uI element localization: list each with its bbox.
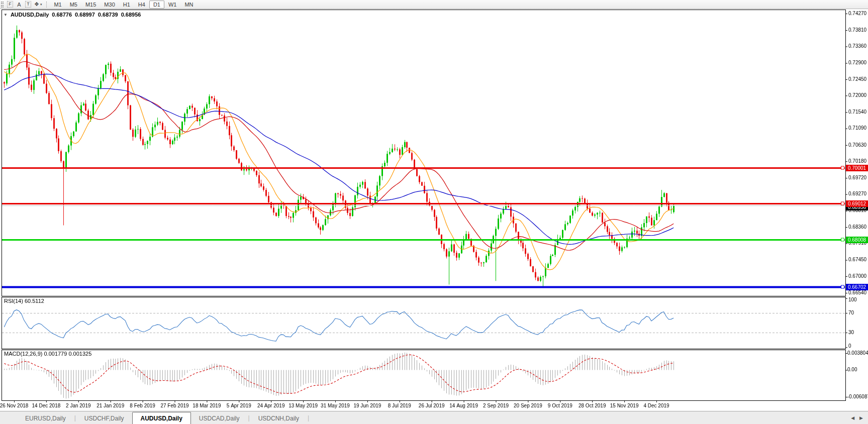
resistance-level-badge-69012: 0.69012 (846, 200, 868, 207)
tab-separator: | (307, 414, 310, 421)
rsi-indicator-label: RSI(14) 60.5112 (4, 298, 44, 304)
label-tool-button[interactable]: A (15, 1, 24, 9)
tabs-scroll-left-icon[interactable]: ◀ (851, 415, 854, 420)
collapse-arrow-icon[interactable]: ▼ (4, 13, 8, 17)
tab-audusd-daily[interactable]: AUDUSD,Daily (132, 412, 191, 424)
tab-usdcnh-daily[interactable]: USDCNH,Daily (250, 413, 307, 424)
text-tool-icon: T (25, 1, 31, 8)
price-chart-canvas[interactable] (0, 0, 868, 411)
support-level-badge-68008: 0.68008 (846, 237, 868, 243)
chart-title: ▼ AUDUSD,Daily 0.68776 0.68997 0.68739 0… (4, 12, 141, 18)
timeframe-mn-button[interactable]: MN (180, 1, 197, 9)
timeframe-h1-button[interactable]: H1 (119, 1, 134, 9)
high-value: 0.68997 (75, 12, 95, 18)
timeframe-h4-button[interactable]: H4 (134, 1, 149, 9)
chart-shift-icon: F (7, 1, 13, 8)
timeframe-d1-button[interactable]: D1 (149, 1, 164, 9)
timeframe-m5-button[interactable]: M5 (66, 1, 81, 9)
timeframe-w1-button[interactable]: W1 (164, 1, 181, 9)
tab-usdcad-daily[interactable]: USDCAD,Daily (191, 413, 248, 424)
tab-eurusd-daily[interactable]: EURUSD,Daily (17, 413, 74, 424)
low-level-badge-66702: 0.66702 (846, 284, 868, 290)
toolbar-grip[interactable] (1, 2, 4, 8)
close-value: 0.68956 (121, 12, 141, 18)
resistance-level-badge-70001: 0.70001 (846, 165, 868, 171)
label-tool-icon: A (17, 2, 21, 8)
colors-tool-button[interactable]: ❖ ▾ (33, 1, 43, 9)
toolbar-separator (46, 2, 47, 8)
trading-terminal: F A T ❖ ▾ M1 M5 M15 M30 H1 H4 D1 W1 MN ▼… (0, 0, 868, 424)
tabs-scroll-right-icon[interactable]: ▶ (859, 415, 863, 420)
symbol-period-label: AUDUSD,Daily (11, 12, 49, 18)
low-value: 0.68739 (98, 12, 118, 18)
text-tool-button[interactable]: T (24, 1, 33, 9)
colors-tool-icon: ❖ (34, 1, 39, 8)
timeframe-m30-button[interactable]: M30 (100, 1, 119, 9)
tab-usdchf-daily[interactable]: USDCHF,Daily (76, 413, 132, 424)
open-value: 0.68776 (52, 12, 72, 18)
timeframe-m1-button[interactable]: M1 (50, 1, 65, 9)
macd-indicator-label: MACD(12,26,9) 0.001779 0.001325 (4, 351, 91, 357)
chart-shift-tool-button[interactable]: F (6, 1, 15, 9)
timeframe-m15-button[interactable]: M15 (81, 1, 100, 9)
symbol-tabbar: EURUSD,Daily | USDCHF,Daily AUDUSD,Daily… (0, 411, 868, 424)
toolbar: F A T ❖ ▾ M1 M5 M15 M30 H1 H4 D1 W1 MN (0, 0, 868, 9)
chevron-down-icon: ▾ (40, 3, 42, 7)
